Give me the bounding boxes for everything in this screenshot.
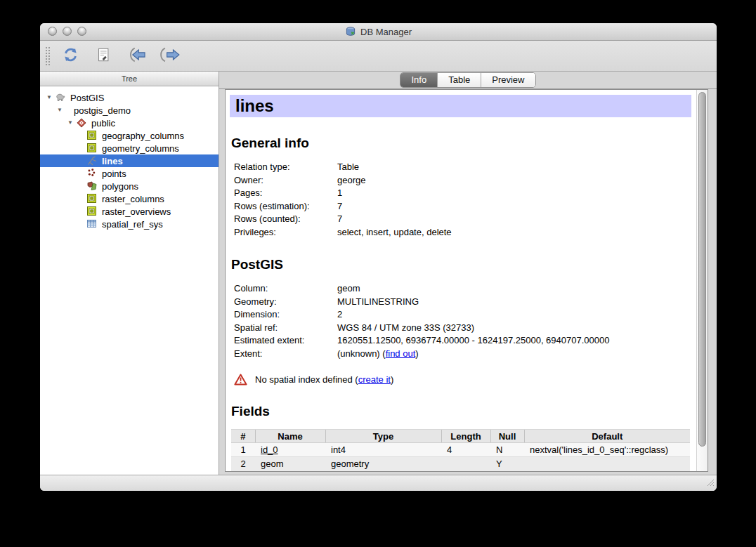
info-value: 1 <box>337 187 691 200</box>
scrollbar-thumb[interactable] <box>698 92 706 447</box>
window-title-text: DB Manager <box>360 27 412 37</box>
tree-item-polygons[interactable]: polygons <box>40 180 219 192</box>
info-label: Extent: <box>234 348 337 361</box>
field-cell-name: geom <box>255 457 325 472</box>
tree-item-label: raster_columns <box>102 194 164 204</box>
field-cell-num: 1 <box>231 443 255 457</box>
field-cell-type: int4 <box>325 443 441 457</box>
info-label: Geometry: <box>234 296 337 309</box>
tree-panel-header: Tree <box>40 72 219 86</box>
info-value: 7 <box>337 213 691 226</box>
export-to-file-button[interactable] <box>157 44 182 68</box>
primary-key-field: id_0 <box>261 444 278 455</box>
vertical-scrollbar[interactable] <box>696 90 708 471</box>
field-cell-null: N <box>490 443 524 457</box>
info-label: Rows (counted): <box>234 213 337 226</box>
refresh-button[interactable] <box>58 44 83 68</box>
expand-arrow-icon[interactable]: ▼ <box>54 104 65 117</box>
content-outer: lines General info Relation type:TableOw… <box>225 89 708 472</box>
zoom-button[interactable] <box>77 27 86 36</box>
info-table-preview-tabs: InfoTablePreview <box>400 72 535 88</box>
field-cell-default <box>524 457 690 472</box>
fields-col-default: Default <box>524 430 690 443</box>
table-green-icon <box>86 206 98 217</box>
tree-item-geometry_columns[interactable]: geometry_columns <box>40 142 219 154</box>
info-label: Pages: <box>234 187 337 200</box>
tab-strip: InfoTablePreview <box>219 72 717 89</box>
db-tree: ▼PostGIS▼postgis_demo▼publicgeography_co… <box>40 86 219 475</box>
tree-item-raster_overviews[interactable]: raster_overviews <box>40 205 219 218</box>
tree-item-public[interactable]: ▼public <box>40 117 219 129</box>
tree-item-label: points <box>102 169 126 179</box>
sql-window-button[interactable] <box>91 44 116 68</box>
tree-item-lines[interactable]: lines <box>40 154 219 167</box>
minimize-button[interactable] <box>63 27 72 36</box>
postgis-elephant-icon <box>55 92 66 103</box>
import-layer-button[interactable] <box>124 44 149 68</box>
tab-info[interactable]: Info <box>400 73 437 87</box>
tree-item-label: postgis_demo <box>74 105 131 116</box>
info-label: Column: <box>234 282 337 296</box>
field-cell-null: Y <box>490 457 524 472</box>
tree-item-raster_columns[interactable]: raster_columns <box>40 192 219 205</box>
create-spatial-index-link[interactable]: create it <box>358 374 391 385</box>
tree-item-label: lines <box>102 156 123 166</box>
field-cell-length: 4 <box>441 443 490 457</box>
export-arrow-icon <box>159 47 181 65</box>
title-bar[interactable]: DB Manager <box>40 23 717 41</box>
close-button[interactable] <box>48 27 57 36</box>
tree-item-PostGIS[interactable]: ▼PostGIS <box>40 91 219 104</box>
field-cell-length <box>441 457 490 472</box>
fields-col-type: Type <box>325 430 441 443</box>
find-out-extent-link[interactable]: find out <box>386 348 416 359</box>
tab-preview[interactable]: Preview <box>481 73 535 87</box>
tab-table[interactable]: Table <box>437 73 481 87</box>
info-value: (unknown) (find out) <box>337 348 691 361</box>
import-arrow-icon <box>126 47 148 65</box>
general-info-rows: Relation type:TableOwner:georgePages:1Ro… <box>234 161 691 239</box>
info-label: Estimated extent: <box>234 334 337 348</box>
expand-arrow-icon[interactable]: ▼ <box>65 117 76 129</box>
general-info-heading: General info <box>231 136 691 151</box>
toolbar <box>40 41 717 72</box>
tree-item-points[interactable]: points <box>40 167 219 180</box>
line-layer-icon <box>86 155 98 166</box>
table-title-band: lines <box>230 95 691 117</box>
toolbar-drag-handle[interactable] <box>45 46 50 66</box>
schema-diamond-icon <box>76 117 87 128</box>
polygon-layer-icon <box>86 180 98 192</box>
info-value: WGS 84 / UTM zone 33S (32733) <box>337 322 691 335</box>
info-label: Privileges: <box>234 226 337 239</box>
postgis-rows: Column:geomGeometry:MULTILINESTRINGDimen… <box>234 282 691 360</box>
tree-item-label: public <box>91 118 115 128</box>
info-value: select, insert, update, delete <box>337 226 691 239</box>
table-blue-icon <box>86 218 98 230</box>
fields-col-name: Name <box>255 430 325 443</box>
field-cell-default: nextval('lines_id_0_seq'::regclass) <box>524 443 690 457</box>
desktop: { "window": { "title": "DB Manager" }, "… <box>0 0 756 547</box>
warning-text: No spatial index defined (create it) <box>255 374 393 385</box>
info-label: Owner: <box>234 174 337 187</box>
expand-arrow-icon[interactable]: ▼ <box>44 91 55 104</box>
traffic-lights <box>48 27 86 36</box>
tree-item-spatial_ref_sys[interactable]: spatial_ref_sys <box>40 218 219 230</box>
window-title: DB Manager <box>345 26 412 37</box>
table-green-icon <box>86 143 98 154</box>
fields-col-num: # <box>231 430 255 443</box>
info-value: geom <box>337 282 691 296</box>
info-view: lines General info Relation type:TableOw… <box>225 89 708 472</box>
field-cell-num: 2 <box>231 457 255 472</box>
field-cell-type: geometry (MultiLineString,32733) <box>325 457 441 472</box>
tree-item-label: PostGIS <box>70 93 104 103</box>
info-value: george <box>337 174 691 187</box>
sql-window-icon <box>96 46 111 66</box>
info-content: lines General info Relation type:TableOw… <box>226 90 697 471</box>
tree-item-postgis_demo[interactable]: ▼postgis_demo <box>40 104 219 117</box>
info-value: 1620551.12500, 6936774.00000 - 1624197.2… <box>337 334 691 348</box>
info-label: Dimension: <box>234 308 337 322</box>
tree-item-label: polygons <box>102 181 138 192</box>
main-split: Tree ▼PostGIS▼postgis_demo▼publicgeograp… <box>40 72 717 475</box>
resize-grip-icon[interactable] <box>705 477 715 489</box>
tree-item-geography_columns[interactable]: geography_columns <box>40 129 219 142</box>
field-row-id_0: 1id_0int44Nnextval('lines_id_0_seq'::reg… <box>231 443 690 457</box>
